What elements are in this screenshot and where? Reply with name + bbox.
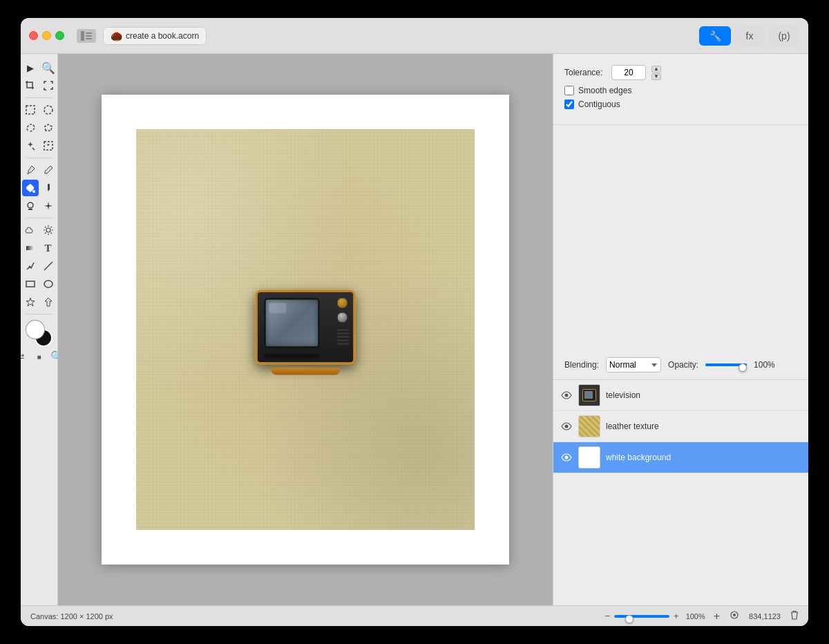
sidebar-toggle-button[interactable] (77, 29, 96, 43)
delete-layer-button[interactable] (790, 610, 799, 622)
arrow-tool[interactable]: ▶ (22, 59, 39, 76)
svg-line-19 (50, 233, 52, 234)
file-tab[interactable]: 🌰 create a book.acorn (103, 27, 207, 45)
layer-name-television: television (606, 390, 801, 400)
tv-screen-glare (269, 303, 287, 314)
opacity-label: Opacity: (668, 360, 698, 370)
titlebar: 🌰 create a book.acorn 🔧 fx (p) (21, 18, 808, 54)
smooth-edges-label: Smooth edges (578, 86, 631, 95)
layer-visibility-white[interactable] (560, 451, 573, 464)
star-shape-tool[interactable] (22, 294, 39, 310)
fullscreen-tool[interactable] (40, 77, 57, 94)
foreground-color-swatch[interactable] (26, 321, 44, 339)
layer-thumb-leather (578, 415, 600, 437)
minimize-button[interactable] (42, 31, 51, 40)
ellipse-shape-tool[interactable] (40, 276, 57, 292)
speaker-line (337, 337, 350, 338)
tool-row-7 (22, 180, 57, 196)
coordinates-display: 834,1123 (749, 612, 781, 621)
gradient-tool[interactable] (22, 240, 39, 256)
toolbar-separator-4 (26, 314, 53, 314)
zoom-in-icon[interactable]: + (674, 611, 679, 621)
tools-panel-button[interactable]: 🔧 (699, 26, 731, 46)
layer-visibility-tv[interactable] (560, 389, 573, 401)
layer-settings-button[interactable] (730, 610, 739, 622)
svg-line-20 (50, 227, 52, 228)
svg-point-29 (565, 456, 569, 460)
lasso-tool[interactable] (22, 120, 39, 136)
poly-lasso-tool[interactable] (40, 120, 57, 136)
layer-leather[interactable]: leather texture (553, 411, 808, 442)
svg-rect-25 (26, 281, 35, 287)
document-icon: 🌰 (111, 30, 122, 41)
svg-rect-10 (48, 184, 50, 190)
cloud-tool[interactable] (22, 222, 39, 238)
svg-rect-1 (86, 32, 92, 34)
crop-tool[interactable] (22, 77, 39, 94)
rect-shape-tool[interactable] (22, 276, 39, 292)
zoom-slider[interactable] (614, 615, 669, 618)
tool-row-8 (22, 198, 57, 214)
canvas-info: Canvas: 1200 × 1200 px (30, 612, 596, 621)
tolerance-input[interactable] (611, 65, 646, 80)
svg-point-9 (32, 190, 35, 193)
text-tool[interactable]: T (40, 240, 57, 256)
tv-bottom-bar (265, 354, 320, 359)
toolbar-separator-2 (26, 158, 53, 158)
blend-mode-select[interactable]: Normal Multiply Screen Overlay (606, 357, 661, 372)
tolerance-down-button[interactable]: ▼ (651, 73, 661, 80)
tv-illustration (256, 290, 356, 370)
zoom-out-icon[interactable]: − (604, 611, 610, 621)
svg-rect-3 (86, 38, 92, 39)
color-swatches[interactable] (26, 321, 53, 347)
pencil-tool[interactable] (40, 162, 57, 178)
tv-body-container (256, 290, 356, 370)
svg-point-13 (46, 228, 50, 232)
tool-row-4 (22, 120, 57, 136)
svg-rect-0 (81, 31, 84, 41)
paint-bucket-tool[interactable] (22, 180, 39, 196)
add-layer-button[interactable]: + (714, 610, 720, 623)
layer-television[interactable]: television (553, 380, 808, 411)
smooth-edges-checkbox[interactable] (564, 86, 574, 95)
line-tool[interactable] (40, 258, 57, 274)
svg-point-23 (28, 266, 30, 268)
tool-row-2 (22, 77, 57, 94)
opacity-slider[interactable] (705, 363, 747, 366)
sun-tool[interactable] (40, 222, 57, 238)
fx-panel-button[interactable]: fx (734, 26, 765, 46)
tool-row-13 (22, 294, 57, 310)
blending-label: Blending: (564, 360, 599, 370)
arrow-shape-tool[interactable] (40, 294, 57, 310)
layer-visibility-leather[interactable] (560, 420, 573, 433)
statusbar: Canvas: 1200 × 1200 px − + 100% + 834,11… (21, 605, 808, 626)
zoom-tool[interactable]: 🔍 (40, 59, 57, 76)
close-button[interactable] (29, 31, 38, 40)
magic-wand-tool[interactable] (22, 138, 39, 154)
tolerance-up-button[interactable]: ▲ (651, 66, 661, 73)
canvas-area[interactable] (58, 54, 553, 605)
canvas-content[interactable] (136, 129, 475, 530)
sparkle-tool[interactable] (40, 198, 57, 214)
p-panel-button[interactable]: (p) (768, 26, 800, 46)
swap-colors-icon[interactable]: ⇄ (21, 348, 30, 365)
layer-name-leather: leather texture (606, 422, 801, 431)
stamp-tool[interactable] (22, 198, 39, 214)
brush-tool[interactable] (40, 180, 57, 196)
tool-row-10: T (22, 240, 57, 256)
maximize-button[interactable] (55, 31, 64, 40)
svg-point-5 (44, 106, 53, 114)
svg-point-31 (733, 614, 736, 616)
pen-tool[interactable] (22, 258, 39, 274)
svg-point-26 (44, 281, 53, 287)
layer-white-background[interactable]: white background (553, 442, 808, 473)
tool-row-5 (22, 138, 57, 154)
reset-colors-icon[interactable]: ■ (31, 348, 48, 365)
ellipse-select-tool[interactable] (40, 102, 57, 118)
eyedropper-tool[interactable] (22, 162, 39, 178)
contiguous-checkbox[interactable] (564, 100, 574, 109)
rect-select-tool[interactable] (22, 102, 39, 118)
layers-panel: television leather texture white b (553, 380, 808, 605)
smart-select-tool[interactable] (40, 138, 57, 154)
p-label: (p) (778, 30, 790, 41)
